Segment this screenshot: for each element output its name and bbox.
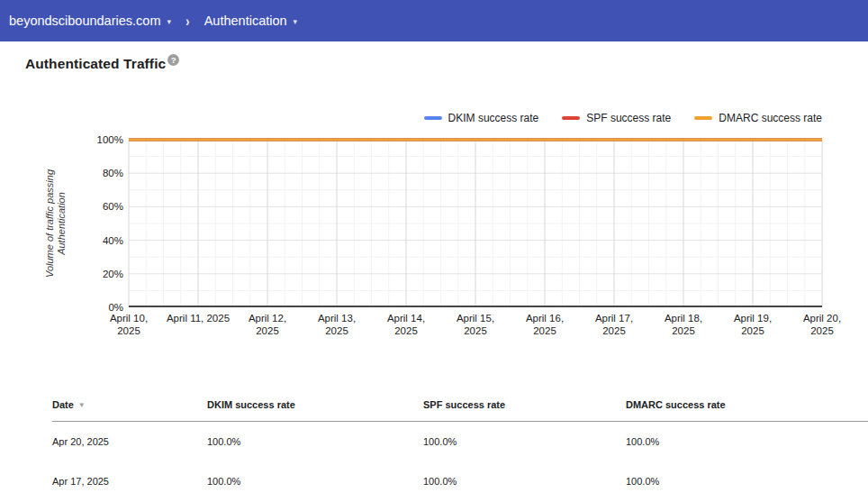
cell-spf: 100.0% bbox=[423, 436, 626, 447]
chart-legend: DKIM success rate SPF success rate DMARC… bbox=[129, 111, 822, 125]
page-title-row: Authenticated Traffic ? bbox=[25, 56, 179, 72]
y-axis-title-line: Authentication bbox=[56, 169, 68, 278]
dkim-line-swatch-icon bbox=[424, 116, 442, 120]
cell-dkim: 100.0% bbox=[207, 476, 423, 487]
cell-spf: 100.0% bbox=[423, 476, 626, 487]
domain-selector[interactable]: beyondsciboundaries.com ▾ bbox=[9, 14, 171, 28]
y-tick-label: 100% bbox=[97, 134, 123, 145]
x-tick-label: April 16,2025 bbox=[526, 312, 564, 337]
line-chart bbox=[129, 140, 822, 307]
x-tick-label: April 20,2025 bbox=[803, 312, 841, 337]
cell-date: Apr 20, 2025 bbox=[52, 436, 207, 447]
x-tick-label: April 12,2025 bbox=[249, 312, 286, 337]
cell-dkim: 100.0% bbox=[207, 436, 423, 447]
y-tick-label: 20% bbox=[103, 269, 123, 279]
legend-item-spf: SPF success rate bbox=[562, 112, 671, 124]
dmarc-line-swatch-icon bbox=[694, 116, 712, 120]
topbar: beyondsciboundaries.com ▾ › Authenticati… bbox=[0, 0, 868, 41]
spf-line-swatch-icon bbox=[562, 116, 580, 120]
table-header-row: Date ▼ DKIM success rate SPF success rat… bbox=[52, 388, 868, 422]
table-row: Apr 17, 2025 100.0% 100.0% 100.0% bbox=[52, 461, 868, 501]
traffic-table: Date ▼ DKIM success rate SPF success rat… bbox=[52, 388, 868, 501]
sort-descending-icon: ▼ bbox=[78, 401, 86, 409]
y-axis-title: Volume of traffic passing Authentication bbox=[44, 169, 68, 278]
x-tick-label: April 17,2025 bbox=[595, 312, 633, 337]
legend-label: SPF success rate bbox=[586, 112, 671, 124]
breadcrumb-chevron-icon: › bbox=[185, 13, 190, 29]
domain-selector-label: beyondsciboundaries.com bbox=[9, 14, 160, 28]
x-tick-label: April 14,2025 bbox=[387, 312, 425, 337]
chart-plot-area bbox=[129, 140, 822, 307]
chevron-down-icon: ▾ bbox=[167, 17, 171, 26]
legend-label: DMARC success rate bbox=[719, 112, 822, 124]
help-icon[interactable]: ? bbox=[167, 54, 179, 66]
x-tick-label: April 11, 2025 bbox=[167, 312, 230, 324]
postmaster-tools-app: beyondsciboundaries.com ▾ › Authenticati… bbox=[0, 0, 868, 502]
legend-item-dmarc: DMARC success rate bbox=[694, 112, 822, 124]
column-header-date[interactable]: Date ▼ bbox=[52, 399, 207, 410]
page-title: Authenticated Traffic bbox=[25, 56, 166, 72]
cell-dmarc: 100.0% bbox=[626, 436, 868, 447]
y-axis-tick-labels: 0%20%40%60%80%100% bbox=[77, 140, 123, 307]
x-tick-label: April 10,2025 bbox=[110, 312, 148, 337]
y-tick-label: 60% bbox=[103, 201, 123, 212]
section-selector[interactable]: Authentication ▾ bbox=[204, 14, 297, 28]
cell-date: Apr 17, 2025 bbox=[52, 476, 207, 487]
cell-dmarc: 100.0% bbox=[626, 476, 868, 487]
y-axis-title-line: Volume of traffic passing bbox=[44, 169, 56, 278]
section-selector-label: Authentication bbox=[204, 14, 287, 28]
x-tick-label: April 18,2025 bbox=[665, 312, 702, 337]
column-header-label: Date bbox=[52, 399, 74, 410]
y-tick-label: 40% bbox=[103, 235, 123, 246]
column-header-dkim[interactable]: DKIM success rate bbox=[207, 399, 423, 410]
x-axis-tick-labels: April 10,2025April 11, 2025April 12,2025… bbox=[129, 312, 822, 341]
column-header-spf[interactable]: SPF success rate bbox=[423, 399, 626, 410]
chevron-down-icon: ▾ bbox=[294, 17, 298, 26]
y-tick-label: 80% bbox=[103, 168, 123, 178]
x-tick-label: April 15,2025 bbox=[457, 312, 494, 337]
legend-item-dkim: DKIM success rate bbox=[424, 112, 539, 124]
legend-label: DKIM success rate bbox=[448, 112, 539, 124]
x-tick-label: April 13,2025 bbox=[318, 312, 356, 337]
x-tick-label: April 19,2025 bbox=[734, 312, 772, 337]
column-header-dmarc[interactable]: DMARC success rate bbox=[626, 399, 868, 410]
table-row: Apr 20, 2025 100.0% 100.0% 100.0% bbox=[52, 422, 868, 461]
